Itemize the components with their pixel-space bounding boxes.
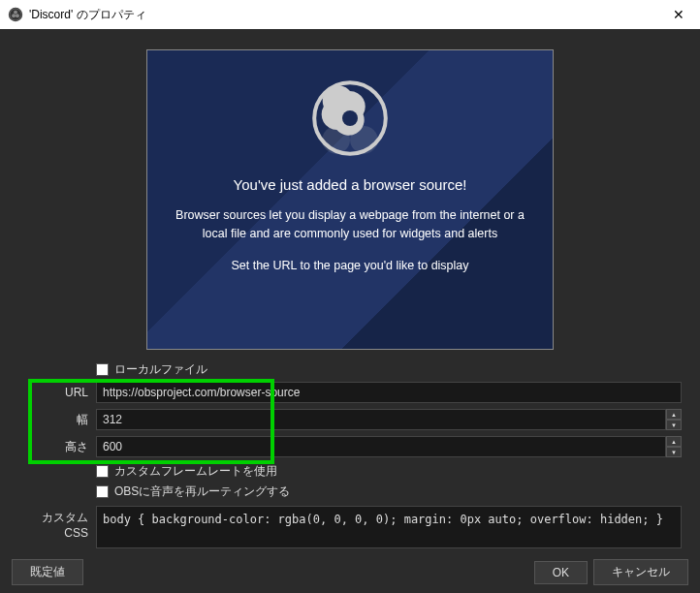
width-step-up[interactable]: ▲ xyxy=(666,409,682,420)
custom-fps-row: カスタムフレームレートを使用 xyxy=(18,463,682,480)
custom-fps-checkbox[interactable] xyxy=(96,465,109,478)
reroute-audio-checkbox[interactable] xyxy=(96,485,109,498)
preview-heading: You've just added a browser source! xyxy=(147,176,553,193)
preview-hint: Set the URL to the page you'd like to di… xyxy=(147,257,553,275)
width-row: 幅 ▲ ▼ xyxy=(18,409,682,430)
local-file-checkbox[interactable] xyxy=(96,363,109,376)
custom-css-input[interactable]: body { background-color: rgba(0, 0, 0, 0… xyxy=(96,506,682,548)
height-step-down[interactable]: ▼ xyxy=(666,447,682,457)
ok-button[interactable]: OK xyxy=(534,561,588,584)
height-row: 高さ ▲ ▼ xyxy=(18,436,682,457)
local-file-row: ローカルファイル xyxy=(18,361,682,378)
custom-fps-label: カスタムフレームレートを使用 xyxy=(114,463,277,480)
url-row: URL xyxy=(18,382,682,403)
properties-form: ローカルファイル URL 幅 ▲ ▼ 高さ ▲ ▼ xyxy=(1,361,699,500)
svg-point-2 xyxy=(14,11,17,15)
titlebar: 'Discord' のプロパティ ✕ xyxy=(0,0,700,29)
url-input[interactable] xyxy=(96,382,682,403)
custom-css-row: カスタム CSS body { background-color: rgba(0… xyxy=(1,506,699,548)
svg-point-3 xyxy=(12,14,16,17)
close-button[interactable]: ✕ xyxy=(656,0,700,29)
local-file-label: ローカルファイル xyxy=(114,361,207,378)
width-label: 幅 xyxy=(18,412,88,428)
svg-point-4 xyxy=(16,14,19,17)
defaults-button[interactable]: 既定値 xyxy=(12,559,83,585)
svg-point-6 xyxy=(342,110,358,126)
reroute-audio-label: OBSに音声を再ルーティングする xyxy=(114,484,290,500)
dialog-footer: 既定値 OK キャンセル xyxy=(0,551,700,593)
obs-logo-icon xyxy=(311,79,389,157)
height-label: 高さ xyxy=(18,439,88,455)
custom-css-label: カスタム CSS xyxy=(18,506,88,548)
height-input[interactable] xyxy=(96,436,666,457)
obs-icon xyxy=(8,7,23,22)
height-step-up[interactable]: ▲ xyxy=(666,436,682,447)
preview-description: Browser sources let you display a webpag… xyxy=(147,206,553,243)
browser-source-preview: You've just added a browser source! Brow… xyxy=(146,49,554,350)
content: You've just added a browser source! Brow… xyxy=(0,29,700,549)
width-input[interactable] xyxy=(96,409,666,430)
width-step-down[interactable]: ▼ xyxy=(666,420,682,430)
cancel-button[interactable]: キャンセル xyxy=(593,559,688,585)
svg-point-0 xyxy=(9,8,22,21)
preview-area: You've just added a browser source! Brow… xyxy=(1,30,699,361)
reroute-audio-row: OBSに音声を再ルーティングする xyxy=(18,484,682,500)
url-label: URL xyxy=(18,386,88,399)
window-title: 'Discord' のプロパティ xyxy=(29,7,656,23)
